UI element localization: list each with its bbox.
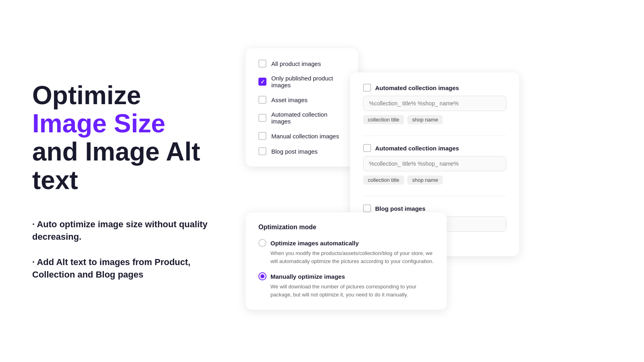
- alttext-label-2: Automated collection images: [375, 145, 459, 152]
- checkbox-manual[interactable]: Manual collection images: [258, 132, 345, 140]
- checkbox-blog-box[interactable]: [258, 147, 266, 155]
- tag-collection-title-1[interactable]: collection title: [363, 115, 404, 124]
- opt-auto-label: Optimize images automatically: [270, 240, 359, 247]
- checkbox-asset-label: Asset images: [271, 97, 308, 103]
- alttext-input-1[interactable]: [363, 96, 506, 111]
- card-checkboxes: All product images Only published produc…: [246, 48, 358, 167]
- hero-title-part1: Optimize: [32, 81, 141, 110]
- opt-auto-desc: When you modify the products/assets/coll…: [258, 249, 434, 265]
- checkbox-automated-box[interactable]: [258, 114, 266, 122]
- checkbox-only-published[interactable]: Only published product images: [258, 75, 345, 88]
- checkbox-blog-label: Blog post images: [271, 148, 318, 155]
- checkbox-all-product-box[interactable]: [258, 60, 266, 68]
- optimization-title: Optimization mode: [258, 224, 434, 231]
- alttext-header-1: Automated collection images: [363, 84, 506, 92]
- opt-radio-row-auto[interactable]: Optimize images automatically: [258, 239, 434, 247]
- checkbox-manual-label: Manual collection images: [271, 133, 339, 140]
- section-divider-2: [363, 196, 506, 196]
- hero-title-highlight: Image Size: [32, 109, 165, 138]
- checkbox-automated-label: Automated collection images: [271, 111, 345, 125]
- hero-features: Auto optimize image size without quality…: [32, 218, 217, 281]
- alttext-section-1: Automated collection images collection t…: [363, 84, 506, 124]
- alttext-header-2: Automated collection images: [363, 144, 506, 152]
- alttext-tags-1: collection title shop name: [363, 115, 506, 124]
- tag-shop-name-1[interactable]: shop name: [407, 115, 443, 124]
- hero-section: Optimize Image Sizeand Image Alt text Au…: [32, 81, 233, 281]
- opt-radio-row-manual[interactable]: Manually optimize images: [258, 272, 434, 280]
- checkbox-asset-box[interactable]: [258, 96, 266, 104]
- hero-title-part2: and Image Alt text: [32, 137, 200, 194]
- opt-manual-label: Manually optimize images: [270, 273, 345, 280]
- opt-option-auto[interactable]: Optimize images automatically When you m…: [258, 239, 434, 265]
- alttext-header-3: Blog post images: [363, 204, 506, 212]
- section-divider-1: [363, 136, 506, 136]
- alttext-tags-2: collection title shop name: [363, 175, 506, 185]
- checkbox-asset[interactable]: Asset images: [258, 96, 345, 104]
- checkbox-all-product[interactable]: All product images: [258, 60, 345, 68]
- alttext-checkbox-3[interactable]: [363, 204, 371, 212]
- alttext-checkbox-2[interactable]: [363, 144, 371, 152]
- hero-feature-2: Add Alt text to images from Product, Col…: [32, 256, 217, 281]
- tag-shop-name-2[interactable]: shop name: [407, 175, 443, 185]
- alttext-label-1: Automated collection images: [375, 84, 459, 91]
- checkbox-manual-box[interactable]: [258, 132, 266, 140]
- opt-option-manual[interactable]: Manually optimize images We will downloa…: [258, 272, 434, 298]
- alttext-checkbox-1[interactable]: [363, 84, 371, 92]
- checkbox-automated[interactable]: Automated collection images: [258, 111, 345, 125]
- radio-auto[interactable]: [258, 239, 266, 247]
- tag-collection-title-2[interactable]: collection title: [363, 175, 404, 185]
- checkbox-only-published-box[interactable]: [258, 78, 266, 86]
- page-container: Optimize Image Sizeand Image Alt text Au…: [0, 0, 644, 362]
- hero-title: Optimize Image Sizeand Image Alt text: [32, 81, 217, 195]
- checkbox-only-published-label: Only published product images: [271, 75, 345, 88]
- hero-feature-1: Auto optimize image size without quality…: [32, 218, 217, 243]
- alttext-input-2[interactable]: [363, 156, 506, 171]
- card-optimization: Optimization mode Optimize images automa…: [246, 212, 447, 310]
- radio-manual[interactable]: [258, 272, 266, 280]
- ui-mockups: All product images Only published produc…: [233, 40, 612, 322]
- alttext-section-2: Automated collection images collection t…: [363, 144, 506, 185]
- opt-manual-desc: We will download the number of pictures …: [258, 283, 434, 298]
- alttext-label-3: Blog post images: [375, 205, 425, 212]
- checkbox-all-product-label: All product images: [271, 60, 321, 67]
- checkbox-blog[interactable]: Blog post images: [258, 147, 345, 155]
